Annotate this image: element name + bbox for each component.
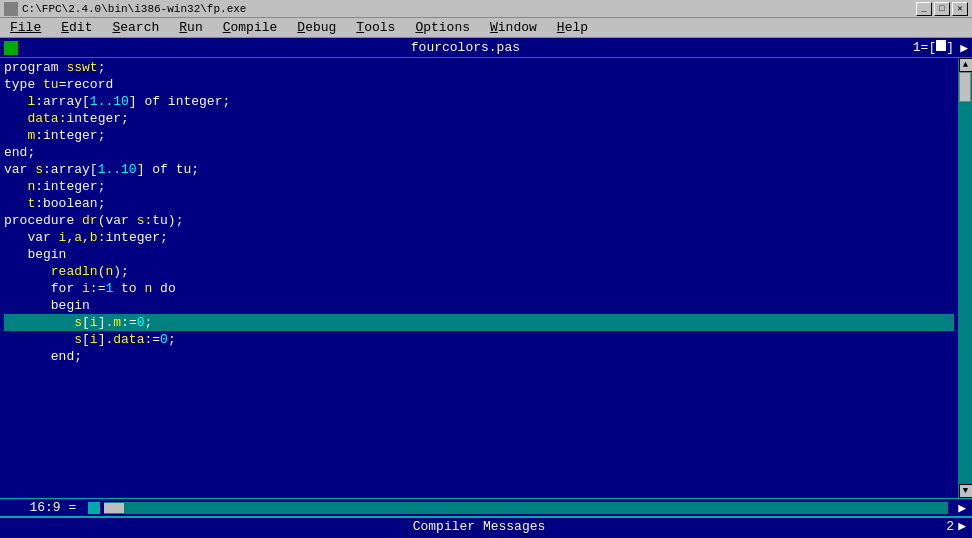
- h-scroll-thumb[interactable]: [104, 503, 124, 513]
- menu-debug[interactable]: Debug: [291, 19, 342, 36]
- menu-bar: File Edit Search Run Compile Debug Tools…: [0, 18, 972, 38]
- editor-body: program sswt; type tu=record l:array[1..…: [0, 58, 972, 498]
- code-line-8: n:integer;: [4, 178, 954, 195]
- code-line-17: s[i].data:=0;: [4, 331, 954, 348]
- compiler-section: Compiler Messages 2 ▶ fourcolors.pas(16,…: [0, 516, 972, 538]
- title-bar-left: C:\FPC\2.4.0\bin\i386-win32\fp.exe: [4, 2, 246, 16]
- menu-compile[interactable]: Compile: [217, 19, 284, 36]
- code-line-7: var s:array[1..10] of tu;: [4, 161, 954, 178]
- scroll-right-indicator: ▶: [954, 40, 968, 56]
- horizontal-scrollbar[interactable]: [104, 502, 948, 514]
- minimize-button[interactable]: _: [916, 2, 932, 16]
- code-line-13: readln(n);: [4, 263, 954, 280]
- compiler-title: Compiler Messages: [6, 519, 952, 534]
- editor-header: fourcolors.pas 1=[] ▶: [0, 38, 972, 58]
- scroll-thumb[interactable]: [959, 72, 971, 102]
- code-line-11: var i,a,b:integer;: [4, 229, 954, 246]
- code-area[interactable]: program sswt; type tu=record l:array[1..…: [0, 58, 958, 498]
- code-line-5: m:integer;: [4, 127, 954, 144]
- menu-options[interactable]: Options: [409, 19, 476, 36]
- editor-title: fourcolors.pas: [18, 40, 913, 55]
- code-line-15: begin: [4, 297, 954, 314]
- menu-edit[interactable]: Edit: [55, 19, 98, 36]
- menu-window[interactable]: Window: [484, 19, 543, 36]
- title-bar-buttons: _ □ ✕: [916, 2, 968, 16]
- cursor-position: 16:9 =: [6, 500, 100, 515]
- code-line-6: end;: [4, 144, 954, 161]
- compiler-number: 2: [946, 519, 954, 534]
- menu-search[interactable]: Search: [106, 19, 165, 36]
- scroll-down-arrow[interactable]: ▼: [959, 484, 973, 498]
- code-line-9: t:boolean;: [4, 195, 954, 212]
- compiler-scroll-right[interactable]: ▶: [952, 518, 966, 534]
- code-line-16: s[i].m:=0;: [4, 314, 954, 331]
- scroll-track[interactable]: [959, 72, 972, 484]
- h-scroll-right[interactable]: ▶: [952, 500, 966, 516]
- scroll-up-arrow[interactable]: ▲: [959, 58, 973, 72]
- menu-help[interactable]: Help: [551, 19, 594, 36]
- code-line-2: type tu=record: [4, 76, 954, 93]
- code-line-12: begin: [4, 246, 954, 263]
- menu-tools[interactable]: Tools: [350, 19, 401, 36]
- compiler-messages: fourcolors.pas(16,9) Error: Illegal qual…: [0, 534, 972, 538]
- vertical-scrollbar[interactable]: ▲ ▼: [958, 58, 972, 498]
- maximize-button[interactable]: □: [934, 2, 950, 16]
- code-line-1: program sswt;: [4, 59, 954, 76]
- app-icon: [4, 2, 18, 16]
- menu-file[interactable]: File: [4, 19, 47, 36]
- menu-run[interactable]: Run: [173, 19, 208, 36]
- editor-line-info: 1=[]: [913, 40, 954, 55]
- code-line-3: l:array[1..10] of integer;: [4, 93, 954, 110]
- title-bar: C:\FPC\2.4.0\bin\i386-win32\fp.exe _ □ ✕: [0, 0, 972, 18]
- editor-indicator: [4, 41, 18, 55]
- code-line-18: end;: [4, 348, 954, 365]
- compiler-header: Compiler Messages 2 ▶: [0, 516, 972, 534]
- code-line-4: data:integer;: [4, 110, 954, 127]
- close-button[interactable]: ✕: [952, 2, 968, 16]
- code-line-10: procedure dr(var s:tu);: [4, 212, 954, 229]
- status-line: 16:9 = ▶: [0, 498, 972, 516]
- code-line-14: for i:=1 to n do: [4, 280, 954, 297]
- title-bar-text: C:\FPC\2.4.0\bin\i386-win32\fp.exe: [22, 3, 246, 15]
